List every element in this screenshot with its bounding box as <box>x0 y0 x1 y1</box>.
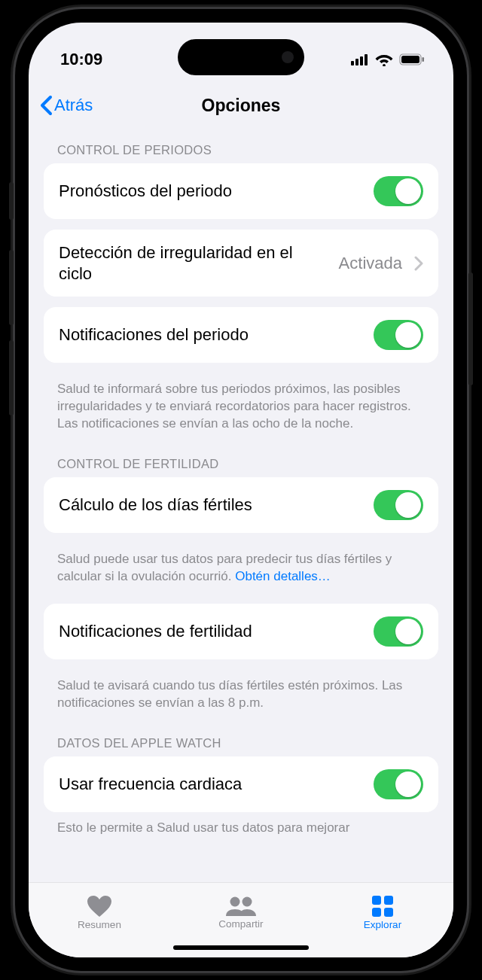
row-fertile-window[interactable]: Cálculo de los días fértiles <box>44 477 438 533</box>
chevron-left-icon <box>39 95 53 116</box>
tab-browse[interactable]: Explorar <box>312 883 453 942</box>
row-label: Pronósticos del periodo <box>59 181 362 202</box>
row-label: Usar frecuencia cardiaca <box>59 774 362 795</box>
chevron-right-icon <box>414 256 423 271</box>
svg-rect-2 <box>360 56 363 65</box>
row-value: Activada <box>339 254 402 273</box>
row-fertility-notifications[interactable]: Notificaciones de fertilidad <box>44 604 438 659</box>
people-icon <box>224 896 258 917</box>
home-indicator[interactable] <box>173 945 309 950</box>
toggle-period-notifications[interactable] <box>374 320 423 350</box>
svg-rect-6 <box>423 57 425 62</box>
back-label: Atrás <box>54 96 93 115</box>
section-footer-fertility-notifications: Salud te avisará cuando tus días fértile… <box>44 670 438 715</box>
dynamic-island <box>178 39 304 75</box>
screen: 10:09 Atrás Opciones <box>29 23 453 957</box>
tab-label: Compartir <box>218 918 263 930</box>
section-header-period: CONTROL DE PERIODOS <box>44 128 438 163</box>
svg-point-7 <box>230 897 240 907</box>
svg-rect-5 <box>401 56 419 63</box>
battery-icon <box>399 53 425 65</box>
footer-text: Salud puede usar tus datos para predecir… <box>57 552 392 583</box>
svg-rect-12 <box>384 908 393 917</box>
row-period-notifications[interactable]: Notificaciones del periodo <box>44 307 438 363</box>
learn-more-link[interactable]: Obtén detalles… <box>235 569 331 583</box>
section-footer-period: Salud te informará sobre tus periodos pr… <box>44 373 438 436</box>
page-title: Opciones <box>202 96 281 116</box>
settings-list[interactable]: CONTROL DE PERIODOS Pronósticos del peri… <box>29 128 453 882</box>
toggle-heart-rate[interactable] <box>374 769 423 799</box>
svg-point-8 <box>243 897 252 907</box>
row-heart-rate[interactable]: Usar frecuencia cardiaca <box>44 756 438 812</box>
tab-sharing[interactable]: Compartir <box>170 883 312 942</box>
row-label: Cálculo de los días fértiles <box>59 495 362 516</box>
cellular-icon <box>351 53 369 65</box>
svg-rect-3 <box>365 54 368 65</box>
tab-label: Resumen <box>78 919 121 930</box>
back-button[interactable]: Atrás <box>39 95 93 116</box>
heart-icon <box>87 895 112 918</box>
section-footer-watch-partial: Esto le permite a Salud usar tus datos p… <box>44 812 438 837</box>
row-label: Notificaciones del periodo <box>59 324 362 345</box>
row-cycle-deviation[interactable]: Detección de irregularidad en el ciclo A… <box>44 230 438 297</box>
row-label: Detección de irregularidad en el ciclo <box>59 242 327 284</box>
toggle-fertility-notifications[interactable] <box>374 616 423 647</box>
svg-rect-11 <box>372 908 381 917</box>
wifi-icon <box>375 53 393 66</box>
svg-rect-10 <box>384 896 393 905</box>
tab-summary[interactable]: Resumen <box>29 883 170 942</box>
svg-rect-9 <box>372 896 381 905</box>
row-period-predictions[interactable]: Pronósticos del periodo <box>44 163 438 219</box>
navigation-bar: Atrás Opciones <box>29 83 453 128</box>
section-header-watch: DATOS DEL APPLE WATCH <box>44 715 438 756</box>
grid-icon <box>371 895 394 918</box>
status-time: 10:09 <box>60 50 102 69</box>
toggle-fertile-window[interactable] <box>374 490 423 520</box>
row-label: Notificaciones de fertilidad <box>59 621 362 642</box>
svg-rect-0 <box>351 61 354 65</box>
section-header-fertility: CONTROL DE FERTILIDAD <box>44 436 438 477</box>
toggle-period-predictions[interactable] <box>374 176 423 206</box>
section-footer-fertile-window: Salud puede usar tus datos para predecir… <box>44 543 438 589</box>
tab-label: Explorar <box>364 919 401 930</box>
svg-rect-1 <box>355 59 358 65</box>
iphone-device-frame: 10:09 Atrás Opciones <box>15 9 467 971</box>
